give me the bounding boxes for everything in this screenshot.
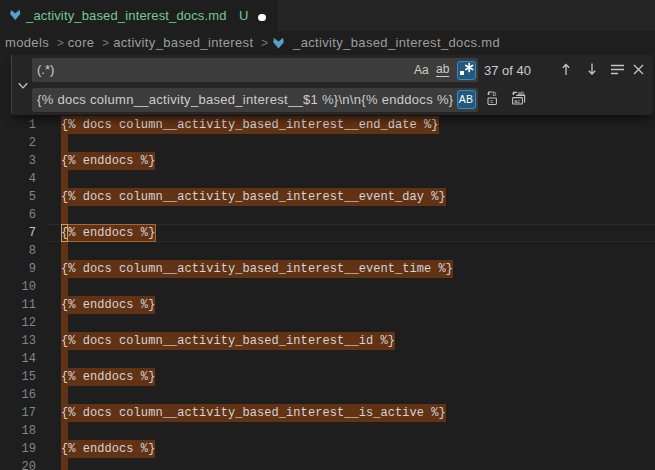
svg-text:ab: ab	[518, 90, 524, 96]
svg-text:ac: ac	[514, 98, 520, 104]
svg-text:c: c	[490, 98, 493, 104]
svg-text:b: b	[493, 90, 497, 97]
